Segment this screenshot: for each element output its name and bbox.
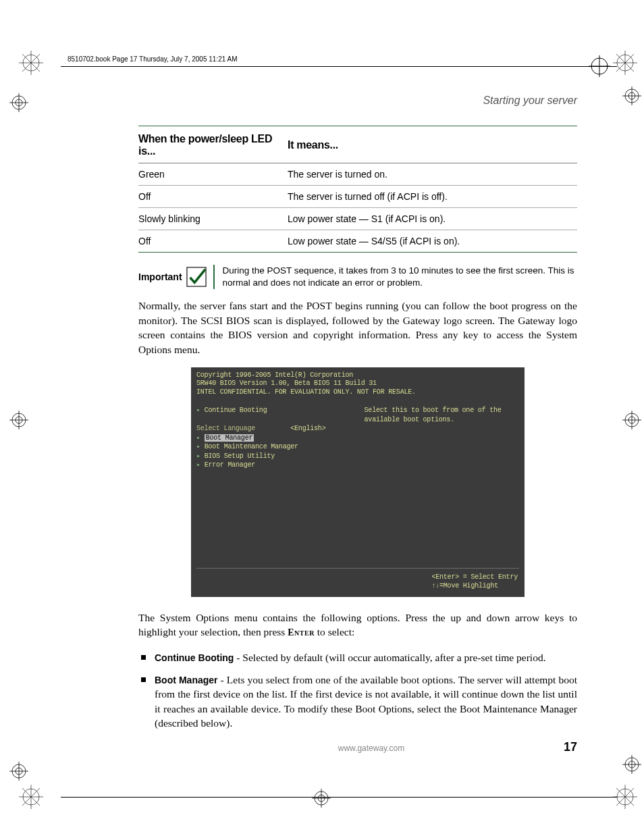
page-number: 17 xyxy=(564,740,577,754)
option-desc: - Lets you select from one of the availa… xyxy=(155,674,577,729)
important-label: Important xyxy=(138,271,186,282)
bios-menu-item: Select Language xyxy=(196,425,255,432)
cell-led: Green xyxy=(138,163,288,186)
important-text: During the POST sequence, it takes from … xyxy=(223,265,577,289)
led-status-table: When the power/sleep LED is... It means.… xyxy=(138,129,577,252)
cell-means: The server is turned on. xyxy=(288,163,577,186)
cell-means: The server is turned off (if ACPI is off… xyxy=(288,186,577,208)
bios-menu-item-selected: Boot Manager xyxy=(205,434,254,442)
bios-header-line: SRW40 BIOS Version 1.00, Beta BIOS 11 Bu… xyxy=(196,380,519,388)
table-top-rule xyxy=(138,126,577,126)
cell-led: Off xyxy=(138,186,288,208)
registration-target-icon xyxy=(622,411,641,429)
bios-side-help: Select this to boot from one of the avai… xyxy=(365,406,519,424)
footer-rule xyxy=(61,797,617,798)
option-name: Continue Booting xyxy=(155,652,234,663)
cell-means: Low power state — S1 (if ACPI is on). xyxy=(288,208,577,230)
registration-target-icon xyxy=(622,755,641,774)
registration-target-icon xyxy=(9,411,28,429)
running-header-text: 8510702.book Page 17 Thursday, July 7, 2… xyxy=(68,55,237,63)
list-item: Continue Booting - Selected by default (… xyxy=(138,650,577,664)
table-header-led: When the power/sleep LED is... xyxy=(138,129,288,163)
cell-led: Off xyxy=(138,230,288,253)
footer-url: www.gateway.com xyxy=(338,744,404,753)
cell-means: Low power state — S4/S5 (if ACPI is on). xyxy=(288,230,577,253)
body-paragraph-2: The System Options menu contains the fol… xyxy=(138,610,577,640)
bios-menu-item: Error Manager xyxy=(205,461,255,469)
registration-target-icon xyxy=(312,789,331,808)
option-name: Boot Manager xyxy=(155,675,218,685)
bios-header-line: INTEL CONFIDENTIAL. FOR EVALUATION ONLY.… xyxy=(196,388,519,397)
registration-target-icon xyxy=(622,86,641,105)
checkmark-icon xyxy=(186,267,207,287)
options-list: Continue Booting - Selected by default (… xyxy=(138,650,577,731)
registration-target-icon xyxy=(9,93,28,112)
registration-target-icon xyxy=(9,762,28,781)
enter-key-text: Enter xyxy=(288,627,315,637)
bios-header-line: Copyright 1996-2005 Intel(R) Corporation xyxy=(196,371,519,380)
bios-divider xyxy=(196,568,519,569)
bios-menu-value: <English> xyxy=(290,425,325,432)
important-divider xyxy=(213,265,215,289)
important-callout: Important During the POST sequence, it t… xyxy=(138,265,577,289)
starburst-icon xyxy=(19,785,43,809)
header-rule xyxy=(61,66,617,67)
option-desc: - Selected by default (will occur automa… xyxy=(234,652,545,663)
bios-screenshot: Copyright 1996-2005 Intel(R) Corporation… xyxy=(191,367,525,597)
page-footer: www.gateway.com 17 xyxy=(138,740,577,754)
table-bottom-rule xyxy=(138,252,577,253)
table-row: Off The server is turned off (if ACPI is… xyxy=(138,186,577,208)
bios-menu-item: Boot Maintenance Manager xyxy=(205,443,298,450)
table-header-means: It means... xyxy=(288,129,577,163)
starburst-icon xyxy=(613,51,637,75)
bios-menu-item: Continue Booting xyxy=(205,407,267,414)
cell-led: Slowly blinking xyxy=(138,208,288,230)
table-row: Green The server is turned on. xyxy=(138,163,577,186)
bios-keyboard-help: <Enter> = Select Entry ↑↓=Move Highlight xyxy=(431,573,518,590)
table-row: Off Low power state — S4/S5 (if ACPI is … xyxy=(138,230,577,253)
starburst-icon xyxy=(19,51,43,75)
section-title: Starting your server xyxy=(138,95,577,107)
bios-menu-item: BIOS Setup Utility xyxy=(205,452,275,460)
body-paragraph-1: Normally, the server fans start and the … xyxy=(138,298,577,357)
list-item: Boot Manager - Lets you select from one … xyxy=(138,673,577,731)
table-row: Slowly blinking Low power state — S1 (if… xyxy=(138,208,577,230)
